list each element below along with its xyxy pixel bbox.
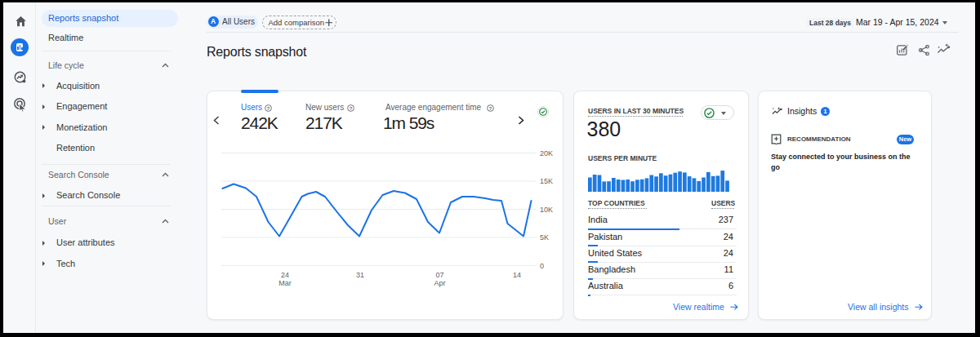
svg-text:0: 0 [540,262,544,270]
svg-text:15K: 15K [540,177,553,185]
svg-text:10K: 10K [540,206,553,214]
svg-text:14: 14 [513,271,521,279]
svg-text:07: 07 [435,271,443,279]
svg-text:31: 31 [356,271,364,279]
svg-text:24: 24 [281,271,289,279]
svg-text:Mar: Mar [278,279,292,287]
svg-text:Apr: Apr [434,279,445,287]
svg-text:20K: 20K [540,149,553,157]
svg-text:5K: 5K [540,233,549,242]
